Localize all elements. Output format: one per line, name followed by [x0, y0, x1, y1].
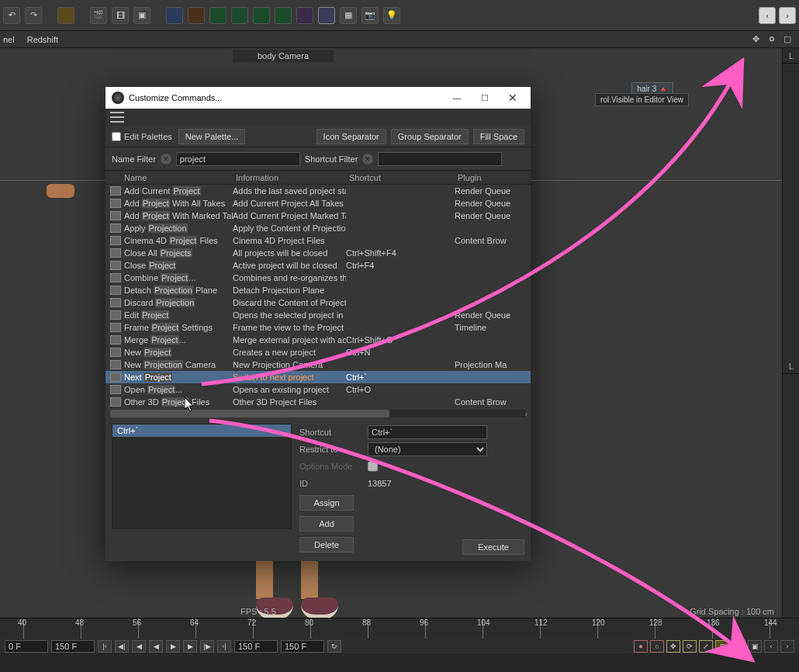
nav-prev-button[interactable]: ‹ [759, 7, 776, 24]
table-row[interactable]: Merge Project...Merge external project w… [105, 334, 531, 346]
fill-space-button[interactable]: Fill Space [473, 129, 524, 144]
grid-icon[interactable]: ▦ [340, 7, 357, 24]
table-row[interactable]: Frame Project SettingsFrame the view to … [105, 321, 531, 334]
scroll-right-icon[interactable]: › [524, 409, 527, 417]
th-info[interactable]: Information [236, 173, 349, 182]
goto-start-button[interactable]: |‹ [98, 640, 112, 653]
table-row[interactable]: Other 3D Project FilesOther 3D Project F… [105, 396, 531, 408]
frame-range-field[interactable] [51, 640, 95, 653]
minimize-button[interactable]: — [445, 90, 469, 106]
nav-left-icon[interactable]: ‹ [764, 640, 778, 653]
prev-key-button[interactable]: ◀| [115, 640, 129, 653]
field-icon[interactable] [318, 7, 335, 24]
nav-next-button[interactable]: › [779, 7, 796, 24]
record-key-icon[interactable]: ● [634, 640, 648, 653]
render-icon[interactable]: ▣ [133, 7, 150, 24]
table-scrollbar[interactable]: › [110, 410, 526, 417]
undo-icon[interactable]: ↶ [3, 7, 20, 24]
key-scale-icon[interactable]: ⤢ [699, 640, 713, 653]
take-icon[interactable]: 🎬 [90, 7, 107, 24]
spline-icon[interactable] [209, 7, 227, 24]
shortcut-input[interactable] [368, 425, 487, 439]
table-row[interactable]: Discard ProjectionDiscard the Content of… [105, 296, 531, 309]
table-row[interactable]: Next ProjectSwitch to next projectCtrl+` [105, 371, 531, 383]
key-pla-icon[interactable]: ◧ [732, 640, 745, 653]
table-row[interactable]: Add Project With All TakesAdd Current Pr… [105, 197, 531, 210]
hamburger-icon[interactable] [110, 112, 124, 123]
subdiv-icon[interactable] [253, 7, 270, 24]
name-filter-input[interactable] [176, 152, 300, 166]
execute-button[interactable]: Execute [462, 539, 524, 555]
maximize-button[interactable]: ☐ [473, 90, 496, 106]
goto-end-button[interactable]: ›| [217, 640, 231, 653]
clear-shortcut-filter-icon[interactable]: ✕ [362, 154, 373, 165]
viewport-camera-label[interactable]: body Camera [233, 50, 334, 62]
shortcut-item[interactable]: Ctrl+` [112, 424, 291, 437]
table-row[interactable]: Close ProjectActive project will be clos… [105, 259, 531, 272]
assign-button[interactable]: Assign [299, 495, 354, 511]
table-row[interactable]: Combine Project...Combines and re-organi… [105, 272, 531, 284]
ruler-tick: 40 [23, 618, 24, 639]
new-palette-button[interactable]: New Palette... [178, 129, 245, 144]
key-rot-icon[interactable]: ⟳ [683, 640, 697, 653]
loop-button[interactable]: ↻ [327, 640, 341, 653]
next-frame-button[interactable]: ▶ [183, 640, 197, 653]
key-pos-icon[interactable]: ✥ [666, 640, 680, 653]
scrollbar-thumb[interactable] [110, 410, 389, 417]
frame-end-field[interactable] [281, 640, 324, 653]
move-icon[interactable]: ✥ [752, 34, 763, 45]
key-param-icon[interactable]: P [715, 640, 729, 653]
table-row[interactable]: Close All ProjectsAll projects will be c… [105, 247, 531, 259]
prev-frame-button[interactable]: ◀ [132, 640, 146, 653]
generator-icon[interactable] [231, 7, 248, 24]
play-back-button[interactable]: ◀ [149, 640, 163, 653]
table-row[interactable]: Detach Projection PlaneDetach Projection… [105, 284, 531, 296]
table-row[interactable]: New ProjectCreates a new projectCtrl+N [105, 346, 531, 359]
timeline-ruler[interactable]: 4048566472808896104112120128136144 [0, 618, 799, 639]
edit-palettes-checkbox[interactable]: Edit Palettes [112, 132, 172, 141]
cube-orange-icon[interactable] [57, 7, 74, 24]
film-icon[interactable]: 🎞 [112, 7, 129, 24]
dialog-titlebar[interactable]: Customize Commands... — ☐ ✕ [105, 87, 531, 109]
th-plugin[interactable]: Plugin [458, 173, 531, 182]
table-row[interactable]: Apply ProjectionApply the Content of Pro… [105, 222, 531, 234]
max-icon[interactable]: ▢ [783, 34, 794, 45]
th-shortcut[interactable]: Shortcut [349, 173, 458, 182]
cube-blue-icon[interactable] [166, 7, 183, 24]
clear-name-filter-icon[interactable]: ✕ [161, 154, 171, 165]
assigned-shortcuts-list[interactable]: Ctrl+` [112, 424, 292, 529]
frame-current-field[interactable] [234, 640, 278, 653]
deformer-icon[interactable] [296, 7, 313, 24]
key-sel-icon[interactable]: ▣ [748, 640, 762, 653]
next-key-button[interactable]: |▶ [200, 640, 214, 653]
camera-icon[interactable]: 📷 [361, 7, 379, 24]
options-mode-label: Options Mode [299, 462, 361, 471]
add-button[interactable]: Add [299, 516, 354, 532]
table-row[interactable]: Open Project...Opens an existing project… [105, 383, 531, 396]
frame-start-field[interactable] [5, 640, 48, 653]
table-row[interactable]: New Projection CameraNew Projection Came… [105, 359, 531, 371]
tab-redshift[interactable]: Redshift [27, 35, 58, 44]
nav-right-icon[interactable]: › [780, 640, 794, 653]
redo-icon[interactable]: ↷ [25, 7, 42, 24]
rail-tab-1[interactable]: L [783, 48, 799, 64]
icon-separator-button[interactable]: Icon Separator [316, 129, 386, 144]
autokey-icon[interactable]: ○ [650, 640, 664, 653]
tab-channel[interactable]: nel [3, 35, 15, 44]
table-row[interactable]: Add Current ProjectAdds the last saved p… [105, 185, 531, 197]
table-row[interactable]: Cinema 4D Project FilesCinema 4D Project… [105, 234, 531, 247]
pen-icon[interactable] [188, 7, 205, 24]
delete-button[interactable]: Delete [299, 537, 354, 552]
light-icon[interactable]: 💡 [383, 7, 400, 24]
shortcut-filter-input[interactable] [378, 152, 502, 166]
play-button[interactable]: ▶ [166, 640, 180, 653]
rail-tab-2[interactable]: L [783, 359, 799, 374]
th-name[interactable]: Name [124, 173, 236, 182]
group-separator-button[interactable]: Group Separator [391, 129, 469, 144]
boole-icon[interactable] [275, 7, 292, 24]
restrict-select[interactable]: (None) [368, 442, 487, 456]
lock-icon[interactable]: ⭘ [768, 34, 779, 45]
close-button[interactable]: ✕ [501, 90, 524, 106]
table-row[interactable]: Edit ProjectOpens the selected project i… [105, 309, 531, 321]
table-row[interactable]: Add Project With Marked TakesAdd Current… [105, 210, 531, 222]
